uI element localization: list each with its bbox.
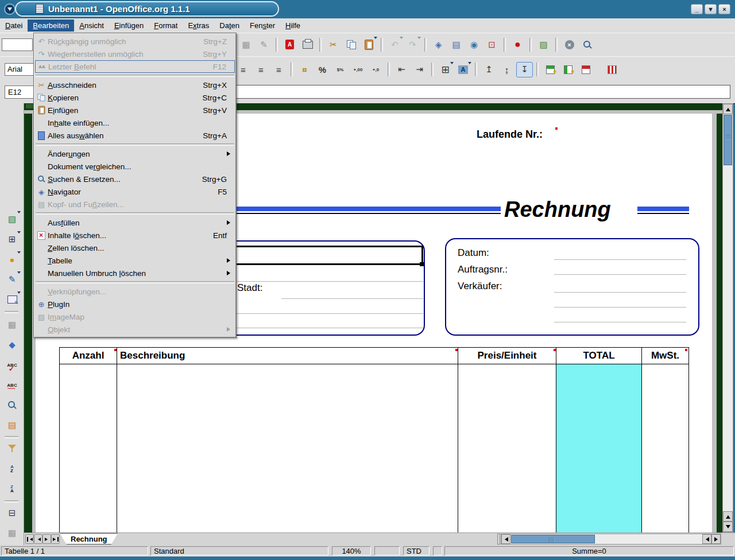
menu-item-tabelle[interactable]: Tabelle bbox=[35, 254, 235, 267]
increase-indent-icon[interactable]: ⇥ bbox=[411, 62, 428, 77]
menu-item-kopieren[interactable]: Kopieren Strg+C bbox=[35, 91, 235, 104]
scroll-right-button[interactable] bbox=[711, 534, 721, 544]
close-button[interactable]: × bbox=[718, 4, 730, 14]
menu-item-manuellen-umbruch[interactable]: Manuellen Umbruch löschen bbox=[35, 267, 235, 279]
menu-item-inhalte-loeschen[interactable]: Inhalte löschen... Entf bbox=[35, 229, 235, 242]
scroll-down-button[interactable] bbox=[723, 522, 733, 532]
menu-item-wiederherstellen[interactable]: ↷ Wiederherstellen unmöglich Strg+Y bbox=[35, 48, 235, 60]
paste-icon[interactable] bbox=[361, 37, 377, 52]
menu-item-objekt[interactable]: Objekt bbox=[35, 323, 235, 336]
shade-button[interactable]: ▼ bbox=[705, 4, 717, 14]
draw-functions-icon[interactable]: ✎ bbox=[3, 271, 21, 287]
menu-item-letzter-befehl[interactable]: AA Letzter Befehl F12 bbox=[35, 60, 235, 73]
record-icon[interactable]: ● bbox=[509, 37, 526, 52]
decrease-indent-icon[interactable]: ⇤ bbox=[393, 62, 410, 77]
split-handle[interactable] bbox=[26, 104, 34, 108]
horizontal-scroll-thumb[interactable] bbox=[511, 535, 595, 543]
menu-item-navigator[interactable]: ◈ Navigator F5 bbox=[35, 185, 235, 198]
page-preview-icon[interactable] bbox=[579, 37, 595, 52]
menu-bearbeiten[interactable]: Bearbeiten bbox=[28, 20, 74, 32]
titlebar[interactable]: Unbenannt1 - OpenOffice.org 1.1.1 _ ▼ × bbox=[0, 0, 735, 19]
url-load-field[interactable] bbox=[2, 38, 33, 51]
edit-points-icon[interactable]: ▦ bbox=[3, 317, 21, 333]
group-icon[interactable]: ⊟ bbox=[3, 505, 21, 521]
number-format-icon[interactable]: $% bbox=[332, 62, 349, 77]
status-page-style[interactable]: Standard bbox=[150, 546, 328, 555]
align-center-icon[interactable]: ≡ bbox=[235, 62, 252, 77]
align-top-icon[interactable]: ↥ bbox=[481, 62, 497, 77]
scroll-left-button-right[interactable] bbox=[702, 534, 711, 544]
menu-item-imagemap[interactable]: ▨ ImageMap bbox=[35, 310, 235, 323]
align-bottom-icon[interactable]: ↧ bbox=[516, 62, 533, 77]
menu-item-aenderungen[interactable]: Änderungen bbox=[35, 147, 235, 160]
sheet-tab-rechnung[interactable]: Rechnung bbox=[60, 533, 118, 545]
system-menu-button[interactable] bbox=[4, 3, 16, 15]
percent-icon[interactable]: % bbox=[314, 62, 331, 77]
vertical-scrollbar[interactable] bbox=[722, 103, 733, 532]
first-sheet-button[interactable] bbox=[25, 534, 34, 544]
insert-column-icon[interactable] bbox=[560, 62, 577, 77]
autofilter-icon[interactable] bbox=[3, 441, 21, 457]
copy-icon[interactable] bbox=[343, 37, 359, 52]
insert-row-icon[interactable] bbox=[542, 62, 559, 77]
status-zoom[interactable]: 140% bbox=[332, 546, 371, 555]
align-right-icon[interactable]: ≡ bbox=[253, 62, 269, 77]
scroll-left-button[interactable] bbox=[501, 534, 510, 544]
auto-spellcheck-icon[interactable] bbox=[3, 377, 21, 393]
menu-extras[interactable]: Extras bbox=[183, 20, 214, 32]
insert-cells-icon[interactable]: ⊞ bbox=[3, 231, 21, 247]
print-file-icon[interactable] bbox=[299, 37, 316, 52]
form-functions-icon[interactable] bbox=[3, 291, 21, 308]
stop-icon[interactable] bbox=[561, 37, 578, 52]
insert-object-icon[interactable]: ● bbox=[3, 251, 21, 267]
navigator-icon[interactable]: ◈ bbox=[430, 37, 447, 52]
menu-item-dokument-vergleichen[interactable]: Dokument vergleichen... bbox=[35, 160, 235, 173]
menu-item-kopf-fusszeilen[interactable]: ▤ Kopf- und Fußzeilen... bbox=[35, 198, 235, 211]
menu-item-ausschneiden[interactable]: ✂ Ausschneiden Strg+X bbox=[35, 79, 235, 91]
update-icon[interactable]: ▦ bbox=[3, 525, 21, 541]
status-selection-mode[interactable]: STD bbox=[403, 546, 430, 555]
export-pdf-icon[interactable] bbox=[281, 37, 298, 52]
menu-item-inhalte-einfuegen[interactable]: Inhalte einfügen... bbox=[35, 116, 235, 129]
edit-file-icon[interactable]: ✎ bbox=[256, 37, 272, 52]
next-sheet-button[interactable] bbox=[42, 534, 51, 544]
menu-einfuegen[interactable]: Einfügen bbox=[109, 20, 149, 32]
add-decimal-icon[interactable]: +,00 bbox=[350, 62, 366, 77]
hyperlink-icon[interactable]: ◉ bbox=[466, 37, 482, 52]
zoom-icon[interactable]: ⊡ bbox=[483, 37, 500, 52]
menu-item-alles-auswaehlen[interactable]: Alles auswählen Strg+A bbox=[35, 129, 235, 142]
borders-icon[interactable]: ⊞ bbox=[437, 62, 454, 77]
center-vertical-icon[interactable]: ↨ bbox=[498, 62, 515, 77]
save-icon[interactable]: ▦ bbox=[238, 37, 254, 52]
background-color-icon[interactable] bbox=[455, 62, 471, 77]
last-sheet-button[interactable] bbox=[51, 534, 60, 544]
menu-item-ausfuellen[interactable]: Ausfüllen bbox=[35, 216, 235, 229]
menu-item-rueckgaengig[interactable]: ↶ Rückgängig unmöglich Strg+Z bbox=[35, 35, 235, 48]
data-sources-icon[interactable]: ▤ bbox=[3, 417, 21, 433]
justify-icon[interactable]: ≡ bbox=[270, 62, 287, 77]
find-icon[interactable] bbox=[3, 397, 21, 413]
menu-item-plugin[interactable]: ⊕ PlugIn bbox=[35, 298, 235, 310]
cut-icon[interactable]: ✂ bbox=[325, 37, 342, 52]
menu-format[interactable]: Format bbox=[149, 20, 183, 32]
gallery-icon[interactable]: ▨ bbox=[535, 37, 552, 52]
stylist-icon[interactable]: ▤ bbox=[448, 37, 465, 52]
sort-descending-icon[interactable]: ZA bbox=[3, 481, 21, 497]
menu-item-verknuepfungen[interactable]: Verknüpfungen... bbox=[35, 285, 235, 298]
undo-icon[interactable]: ↶ bbox=[386, 37, 403, 52]
selection-handle[interactable] bbox=[420, 262, 424, 266]
spellcheck-icon[interactable] bbox=[3, 357, 21, 373]
sort-ascending-icon[interactable]: AZ bbox=[3, 461, 21, 477]
currency-icon[interactable]: ¤ bbox=[296, 62, 313, 77]
menu-item-einfuegen[interactable]: Einfügen Strg+V bbox=[35, 104, 235, 116]
horizontal-scrollbar[interactable] bbox=[501, 534, 721, 545]
previous-sheet-button[interactable] bbox=[34, 534, 42, 544]
insert-icon[interactable]: ▧ bbox=[3, 211, 21, 227]
vertical-scroll-thumb[interactable] bbox=[724, 115, 732, 165]
menu-datei[interactable]: Datei bbox=[0, 20, 28, 32]
delete-row-icon[interactable] bbox=[578, 62, 594, 77]
scroll-up-button-bottom[interactable] bbox=[723, 511, 733, 522]
columns-icon[interactable] bbox=[604, 62, 620, 77]
menu-item-suchen-ersetzen[interactable]: Suchen & Ersetzen... Strg+G bbox=[35, 173, 235, 185]
menu-hilfe[interactable]: Hilfe bbox=[280, 20, 305, 32]
